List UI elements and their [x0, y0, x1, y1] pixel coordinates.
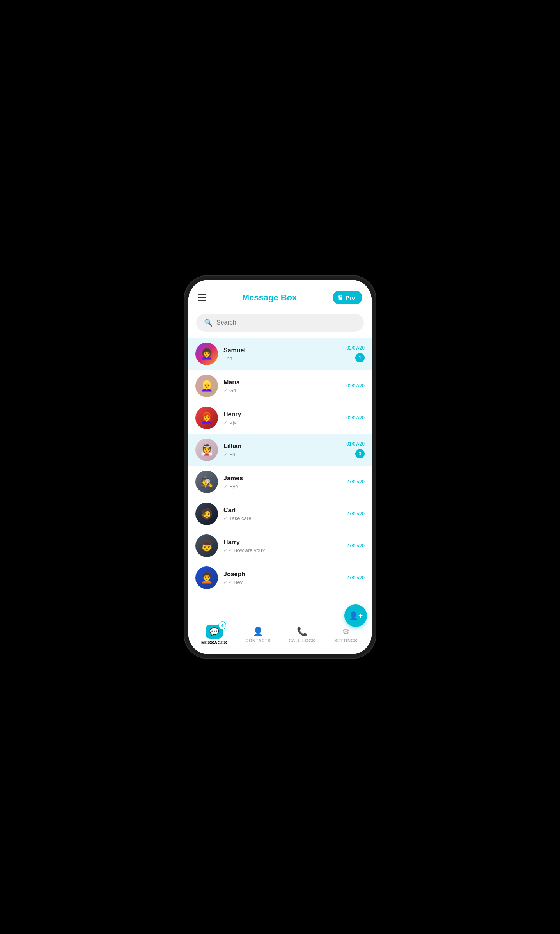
avatar-henry: 👩‍🦰	[195, 407, 218, 429]
message-meta-lillian: 01/07/20 3	[337, 441, 365, 458]
double-check-icon: ✓✓	[223, 547, 232, 553]
message-meta-james: 27/05/20	[337, 479, 365, 485]
message-date-lillian: 01/07/20	[346, 441, 365, 447]
hamburger-menu[interactable]	[198, 294, 206, 301]
nav-messages[interactable]: 💬 4 MESSAGES	[200, 625, 228, 645]
add-contact-fab[interactable]: 👤+	[344, 604, 367, 627]
message-content-joseph: Joseph ✓✓ Hey	[223, 571, 332, 585]
avatar-samuel: 👩‍🦱	[195, 343, 218, 365]
search-bar[interactable]: 🔍	[196, 314, 364, 332]
contact-name-henry: Henry	[223, 411, 332, 418]
message-preview-carl: ✓ Take care	[223, 515, 332, 521]
check-icon: ✓	[223, 515, 228, 521]
messages-badge: 4	[218, 621, 226, 629]
nav-settings[interactable]: ⚙ SETTINGS	[332, 627, 360, 643]
message-date-maria: 02/07/20	[346, 383, 365, 389]
avatar-harry: 👦	[195, 534, 218, 557]
message-preview-samuel: Thh	[223, 355, 332, 361]
messages-list: 👩‍🦱 Samuel Thh 02/07/20 1 👱‍♀️ Maria ✓	[188, 338, 372, 620]
message-item-joseph[interactable]: 🧑‍🦱 Joseph ✓✓ Hey 27/05/20	[188, 562, 372, 594]
message-date-samuel: 02/07/20	[346, 345, 365, 351]
avatar-carl: 🧔	[195, 503, 218, 525]
message-meta-carl: 27/05/20	[337, 511, 365, 517]
message-content-carl: Carl ✓ Take care	[223, 507, 332, 521]
header: Message Box ♛ Pro	[188, 280, 372, 311]
message-date-harry: 27/05/20	[346, 543, 365, 549]
message-meta-harry: 27/05/20	[337, 543, 365, 549]
message-item-samuel[interactable]: 👩‍🦱 Samuel Thh 02/07/20 1	[188, 338, 372, 370]
contact-name-harry: Harry	[223, 539, 332, 546]
nav-contacts[interactable]: 👤 CONTACTS	[245, 627, 272, 643]
message-item-henry[interactable]: 👩‍🦰 Henry ✓ Vjv 02/07/20	[188, 402, 372, 434]
contact-name-joseph: Joseph	[223, 571, 332, 578]
call-logs-icon: 📞	[297, 627, 307, 637]
message-preview-joseph: ✓✓ Hey	[223, 579, 332, 585]
check-icon: ✓	[223, 387, 228, 393]
message-date-carl: 27/05/20	[346, 511, 365, 517]
message-preview-james: ✓ Bye	[223, 483, 332, 489]
nav-settings-label: SETTINGS	[334, 638, 357, 643]
pro-button[interactable]: ♛ Pro	[333, 291, 362, 304]
contact-name-carl: Carl	[223, 507, 332, 514]
message-meta-samuel: 02/07/20 1	[337, 345, 365, 362]
contact-name-lillian: Lillian	[223, 443, 332, 450]
message-meta-joseph: 27/05/20	[337, 575, 365, 581]
contact-name-samuel: Samuel	[223, 347, 332, 354]
nav-call-logs-label: CALL LOGS	[289, 638, 315, 643]
phone-shell: Message Box ♛ Pro 🔍 👩‍🦱 Samuel T	[184, 276, 376, 658]
message-content-lillian: Lillian ✓ Fh	[223, 443, 332, 457]
search-input[interactable]	[216, 319, 356, 326]
message-item-lillian[interactable]: 👰 Lillian ✓ Fh 01/07/20 3	[188, 434, 372, 466]
check-icon: ✓	[223, 483, 228, 489]
search-icon: 🔍	[204, 318, 213, 327]
message-content-henry: Henry ✓ Vjv	[223, 411, 332, 425]
unread-badge: 3	[355, 449, 365, 458]
unread-badge: 1	[355, 353, 365, 362]
add-contact-icon: 👤+	[349, 611, 363, 620]
message-item-harry[interactable]: 👦 Harry ✓✓ How are you? 27/05/20	[188, 530, 372, 562]
message-preview-henry: ✓ Vjv	[223, 419, 332, 425]
settings-icon: ⚙	[342, 627, 350, 637]
message-date-henry: 02/07/20	[346, 415, 365, 421]
bottom-nav: 💬 4 MESSAGES 👤 CONTACTS 📞 CALL LOGS ⚙ SE…	[188, 620, 372, 654]
avatar-maria: 👱‍♀️	[195, 375, 218, 397]
message-item-james[interactable]: 🕵️ James ✓ Bye 27/05/20	[188, 466, 372, 498]
contact-name-james: James	[223, 475, 332, 482]
message-content-maria: Maria ✓ Gh	[223, 379, 332, 393]
message-content-samuel: Samuel Thh	[223, 347, 332, 361]
nav-contacts-label: CONTACTS	[246, 638, 271, 643]
contacts-icon: 👤	[253, 627, 263, 637]
message-item-maria[interactable]: 👱‍♀️ Maria ✓ Gh 02/07/20	[188, 370, 372, 402]
message-preview-lillian: ✓ Fh	[223, 451, 332, 457]
message-preview-maria: ✓ Gh	[223, 387, 332, 393]
message-date-james: 27/05/20	[346, 479, 365, 485]
message-content-james: James ✓ Bye	[223, 475, 332, 489]
message-meta-maria: 02/07/20	[337, 383, 365, 389]
contact-name-maria: Maria	[223, 379, 332, 386]
nav-messages-label: MESSAGES	[201, 640, 227, 645]
check-icon: ✓	[223, 451, 228, 457]
avatar-lillian: 👰	[195, 439, 218, 461]
message-date-joseph: 27/05/20	[346, 575, 365, 581]
search-container: 🔍	[188, 311, 372, 338]
messages-nav-icon: 💬 4	[206, 625, 223, 639]
phone-screen: Message Box ♛ Pro 🔍 👩‍🦱 Samuel T	[188, 280, 372, 654]
avatar-joseph: 🧑‍🦱	[195, 566, 218, 589]
crown-icon: ♛	[337, 294, 343, 301]
nav-call-logs[interactable]: 📞 CALL LOGS	[288, 627, 315, 643]
message-preview-harry: ✓✓ How are you?	[223, 547, 332, 553]
message-meta-henry: 02/07/20	[337, 415, 365, 421]
check-icon: ✓	[223, 419, 228, 425]
message-content-harry: Harry ✓✓ How are you?	[223, 539, 332, 553]
avatar-james: 🕵️	[195, 471, 218, 493]
double-check-icon: ✓✓	[223, 579, 232, 585]
message-item-carl[interactable]: 🧔 Carl ✓ Take care 27/05/20	[188, 498, 372, 530]
app-title: Message Box	[242, 293, 297, 303]
